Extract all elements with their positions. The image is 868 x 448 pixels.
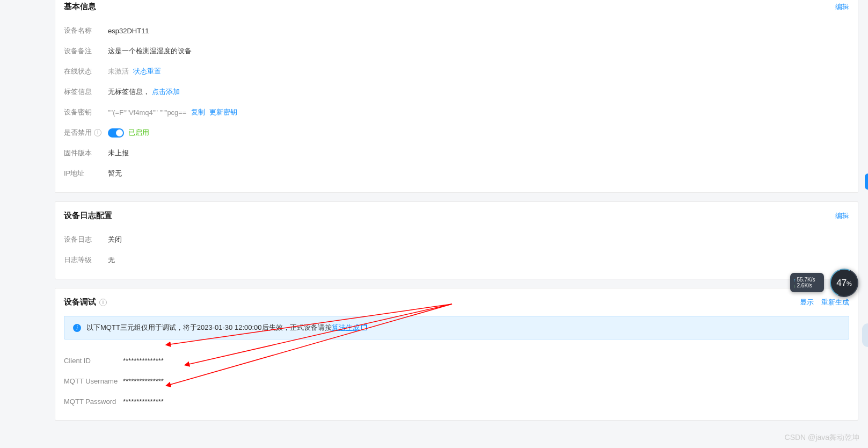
regenerate-link[interactable]: 重新生成 (821, 298, 849, 307)
device-name-row: 设备名称 esp32DHT11 (64, 20, 849, 41)
device-log-config-card: 设备日志配置 编辑 设备日志 关闭 日志等级 无 (55, 201, 858, 279)
external-link-icon (361, 325, 367, 330)
disabled-row: 是否禁用 i 已启用 (64, 122, 849, 143)
device-log-value: 关闭 (108, 235, 122, 244)
tag-info-row: 标签信息 无标签信息， 点击添加 (64, 82, 849, 102)
basic-info-edit-link[interactable]: 编辑 (835, 2, 849, 12)
log-config-edit-link[interactable]: 编辑 (835, 211, 849, 221)
status-reset-link[interactable]: 状态重置 (133, 67, 161, 76)
arrow-down-icon: ↓ (793, 283, 796, 288)
debug-title: 设备调试 (64, 297, 96, 307)
ip-label: IP地址 (64, 169, 108, 178)
basic-info-title: 基本信息 (64, 2, 96, 12)
device-remark-row: 设备备注 这是一个检测温湿度的设备 (64, 41, 849, 61)
edge-handle[interactable] (862, 323, 868, 347)
log-config-header: 设备日志配置 编辑 (64, 211, 849, 221)
network-speed-widget: ↑55.7K/s ↓2.6K/s (790, 273, 824, 292)
log-config-title: 设备日志配置 (64, 211, 112, 221)
info-icon: i (73, 324, 81, 332)
upload-speed: 55.7K/s (797, 277, 815, 283)
log-level-row: 日志等级 无 (64, 250, 849, 270)
device-key-label: 设备密钥 (64, 107, 108, 117)
algorithm-link[interactable]: 算法生成 (332, 323, 367, 333)
online-status-label: 在线状态 (64, 67, 108, 76)
device-remark-label: 设备备注 (64, 46, 108, 56)
update-key-link[interactable]: 更新密钥 (209, 107, 237, 117)
device-log-label: 设备日志 (64, 235, 108, 244)
enable-switch[interactable] (108, 128, 124, 138)
mqtt-username-label: MQTT Username (64, 377, 123, 385)
device-name-label: 设备名称 (64, 26, 108, 35)
watermark: CSDN @java舞动乾坤 (785, 433, 859, 443)
download-speed: 2.6K/s (797, 283, 812, 288)
log-level-label: 日志等级 (64, 255, 108, 265)
log-level-value: 无 (108, 255, 115, 265)
enabled-text: 已启用 (128, 128, 149, 138)
firmware-label: 固件版本 (64, 148, 108, 158)
ip-value: 暂无 (108, 169, 122, 178)
basic-info-card: 基本信息 编辑 设备名称 esp32DHT11 设备备注 这是一个检测温湿度的设… (55, 0, 858, 193)
firmware-row: 固件版本 未上报 (64, 143, 849, 163)
device-log-row: 设备日志 关闭 (64, 229, 849, 250)
tag-info-value: 无标签信息， (108, 87, 150, 97)
online-status-value: 未激活 (108, 67, 129, 76)
percent-sign: % (847, 280, 852, 287)
show-link[interactable]: 显示 (800, 298, 814, 307)
copy-key-link[interactable]: 复制 (191, 107, 205, 117)
mqtt-password-label: MQTT Password (64, 398, 123, 406)
arrow-up-icon: ↑ (793, 277, 796, 283)
client-id-value: *************** (123, 357, 164, 365)
mqtt-password-row: MQTT Password *************** (64, 391, 849, 411)
device-key-value: ""(=F°"Vf4mq4"" """pcg== (108, 109, 187, 117)
add-tag-link[interactable]: 点击添加 (152, 87, 180, 97)
client-id-row: Client ID *************** (64, 350, 849, 371)
info-banner: i 以下MQTT三元组仅用于调试，将于2023-01-30 12:00:00后失… (64, 316, 849, 339)
ip-row: IP地址 暂无 (64, 163, 849, 184)
mqtt-username-row: MQTT Username *************** (64, 371, 849, 391)
firmware-value: 未上报 (108, 148, 129, 158)
device-key-row: 设备密钥 ""(=F°"Vf4mq4"" """pcg== 复制 更新密钥 (64, 102, 849, 122)
info-icon: i (94, 129, 101, 136)
device-debug-card: 设备调试 i 显示 重新生成 i 以下MQTT三元组仅用于调试，将于2023-0… (55, 288, 858, 421)
device-remark-value: 这是一个检测温湿度的设备 (108, 46, 192, 56)
mqtt-username-value: *************** (123, 377, 164, 385)
banner-text: 以下MQTT三元组仅用于调试，将于2023-01-30 12:00:00后失效，… (86, 323, 332, 331)
online-status-row: 在线状态 未激活 状态重置 (64, 61, 849, 82)
tag-info-label: 标签信息 (64, 87, 108, 97)
client-id-label: Client ID (64, 357, 123, 365)
debug-header: 设备调试 i 显示 重新生成 (64, 297, 849, 307)
percent-value: 47 (836, 278, 847, 288)
device-name-value: esp32DHT11 (108, 27, 149, 35)
edge-tab[interactable] (865, 174, 868, 190)
basic-info-header: 基本信息 编辑 (64, 2, 849, 12)
info-icon: i (99, 299, 107, 306)
disabled-label: 是否禁用 (64, 128, 92, 138)
mqtt-password-value: *************** (123, 398, 164, 406)
